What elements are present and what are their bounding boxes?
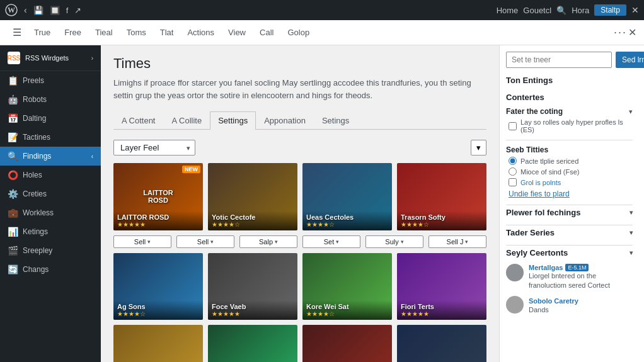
sidebar-item-holes[interactable]: ⭕ Holes <box>0 166 101 184</box>
sidebar-item-ketings[interactable]: 📊 Ketings <box>0 222 101 241</box>
sidebar-item-tactines[interactable]: 📝 Tactines <box>0 128 101 147</box>
admin-bar-share-icon[interactable]: ↗ <box>74 6 81 15</box>
grid-item-12[interactable] <box>397 325 486 362</box>
tab-settings[interactable]: Settings <box>210 111 256 130</box>
more-options-icon[interactable]: ··· <box>614 26 627 39</box>
grid-item-5[interactable]: Ag Sons ★★★★☆ <box>113 253 203 320</box>
seek-radio-2[interactable] <box>509 167 517 176</box>
sidebar-item-preels[interactable]: 📋 Preels <box>0 71 101 90</box>
changs-icon: 🔄 <box>8 264 18 274</box>
gouetcl-menu[interactable]: Gouetcl <box>523 6 551 15</box>
grid-item-7[interactable]: Kore Wei Sat ★★★★☆ <box>302 253 392 320</box>
sidebar-logo[interactable]: RSS RSS Wirdgets › <box>0 45 101 71</box>
nav-free[interactable]: Free <box>58 25 88 40</box>
nav-golop[interactable]: Golop <box>281 25 316 40</box>
sidebar-item-workless[interactable]: 💼 Workless <box>0 203 101 222</box>
seek-radio-2-label: Mioce of sind (Fse) <box>520 168 580 176</box>
nav-tlat[interactable]: Tlat <box>154 25 180 40</box>
nav-toms[interactable]: Toms <box>120 25 152 40</box>
grid-item-10[interactable] <box>208 325 297 362</box>
grid-item-11[interactable] <box>302 325 392 362</box>
tab-acottent[interactable]: A Cottent <box>113 111 163 129</box>
grid-item-5-stars: ★★★★☆ <box>117 310 199 317</box>
search-icon[interactable]: 🔍 <box>556 6 566 15</box>
comment-1-name[interactable]: Mertallgas <box>529 264 563 271</box>
nav-view[interactable]: View <box>222 25 252 40</box>
admin-bar-fb-icon[interactable]: f <box>66 6 69 15</box>
sidebar-logo-arrow-icon: › <box>91 55 93 62</box>
home-menu[interactable]: Home <box>497 6 519 15</box>
main-content: Times Limighs if proace ffor starcer you… <box>101 45 499 362</box>
sidebar-item-changs[interactable]: 🔄 Changs <box>0 260 101 279</box>
sell-j-btn[interactable]: Sell J <box>428 235 486 248</box>
grid-item-6[interactable]: Foce Vaeb ★★★★★ <box>208 253 297 320</box>
set-btn[interactable]: Set <box>302 235 360 248</box>
sidebar-item-creties-label: Creties <box>23 189 47 198</box>
rp-seyly-header[interactable]: Seyly Ceertonts ▾ <box>506 245 633 260</box>
admin-bar-back-icon[interactable]: ‹ <box>24 5 27 15</box>
action-btn-row: Sell Sell Salp Set Suly Sell J <box>113 235 486 248</box>
rp-contents-header[interactable]: Contertes <box>506 90 633 105</box>
tab-apponation[interactable]: Apponation <box>256 111 314 129</box>
plewer-title: Plewer fol fechings <box>506 208 580 217</box>
wordpress-logo-icon[interactable]: W <box>5 4 18 16</box>
tab-acollite[interactable]: A Collite <box>163 111 210 129</box>
expand-button[interactable]: ▾ <box>471 140 486 156</box>
rp-filter-section: Fater the coting ▾ Lay so rolles oaly hy… <box>506 107 633 133</box>
layer-feel-select[interactable]: Layer Feel Option 2 Option 3 <box>113 140 195 156</box>
comment-2-name[interactable]: Sobolo Caretry <box>529 297 578 305</box>
seek-link[interactable]: Undie fies to plard <box>509 189 570 198</box>
filter-checkbox-1[interactable] <box>509 122 517 130</box>
grid-item-7-title: Kore Wei Sat <box>306 303 388 310</box>
tab-setings[interactable]: Setings <box>314 111 357 129</box>
suly-btn[interactable]: Suly <box>365 235 423 248</box>
sidebar-item-workless-label: Workless <box>23 208 54 217</box>
sell-btn-1[interactable]: Sell <box>113 235 171 248</box>
sidebar-item-dalting[interactable]: 📅 Dalting <box>0 109 101 128</box>
comment-1-badge: E-5.1M <box>565 264 589 271</box>
rp-tader-header[interactable]: Tader Series ▾ <box>506 225 633 240</box>
admin-bar-left: W ‹ 💾 🔲 f ↗ <box>5 4 81 16</box>
hamburger-icon[interactable]: ☰ <box>8 24 26 41</box>
sidebar: RSS RSS Wirdgets › 📋 Preels 🤖 Robots 📅 D… <box>0 45 101 362</box>
sidebar-item-robots[interactable]: 🤖 Robots <box>0 90 101 109</box>
nav-true[interactable]: True <box>28 25 57 40</box>
rp-filter-header: Fater the coting ▾ <box>506 107 633 116</box>
grid-item-3[interactable]: Ueas Cectoles ★★★★☆ <box>302 163 392 230</box>
grid-item-4[interactable]: Trasorn Softy ★★★★☆ <box>397 163 486 230</box>
admin-bar-save-icon[interactable]: 💾 <box>33 6 43 15</box>
grid-item-1[interactable]: LAITTORROSD NEW LAITTOR ROSD ★★★★★ <box>113 163 203 230</box>
sidebar-item-creties[interactable]: ⚙️ Creties <box>0 184 101 203</box>
staltp-button[interactable]: Staltp <box>594 4 626 16</box>
rp-plewer-header[interactable]: Plewer fol fechings ▾ <box>506 205 633 220</box>
close-icon[interactable]: ✕ <box>631 5 639 15</box>
sell-btn-2[interactable]: Sell <box>176 235 234 248</box>
grid-item-8[interactable]: Fiori Terts ★★★★★ <box>397 253 486 320</box>
filter-collapse-icon[interactable]: ▾ <box>629 108 633 116</box>
seek-radio-1[interactable] <box>509 157 517 165</box>
salp-btn[interactable]: Salp <box>239 235 297 248</box>
grid-item-9[interactable] <box>113 325 203 362</box>
admin-bar-right: Home Gouetcl 🔍 Hora Staltp ✕ <box>497 4 639 16</box>
grid-item-2[interactable]: Yotic Cectofe ★★★★☆ <box>208 163 297 230</box>
ketings-icon: 📊 <box>8 227 18 237</box>
grid-item-1-badge: NEW <box>182 166 200 173</box>
grid-row-2: Ag Sons ★★★★☆ Foce Vaeb ★★★★★ Kore Wei S… <box>113 253 486 320</box>
sidebar-item-findings[interactable]: 🔍 Findings ‹ <box>0 147 101 166</box>
seek-title: Seeb Titties <box>506 145 548 154</box>
nav-close-icon[interactable]: ✕ <box>628 26 636 38</box>
nav-call[interactable]: Call <box>253 25 280 40</box>
rp-search-input[interactable] <box>506 52 612 68</box>
rp-search-button[interactable]: Sed lrned <box>616 52 644 68</box>
comment-2: Sobolo Caretry Dands <box>506 296 633 315</box>
sidebar-item-tactines-label: Tactines <box>23 133 50 142</box>
seek-checkbox-1[interactable] <box>509 178 517 186</box>
sidebar-item-sreepley[interactable]: 🎬 Sreepley <box>0 241 101 260</box>
sidebar-item-changs-label: Changs <box>23 265 49 274</box>
layer-feel-dropdown-wrapper: Layer Feel Option 2 Option 3 <box>113 140 195 156</box>
nav-actions[interactable]: Actions <box>181 25 221 40</box>
sidebar-item-ketings-label: Ketings <box>23 227 48 236</box>
creties-icon: ⚙️ <box>8 189 18 199</box>
nav-tieal[interactable]: Tieal <box>89 25 119 40</box>
admin-bar-preview-icon[interactable]: 🔲 <box>50 6 60 15</box>
